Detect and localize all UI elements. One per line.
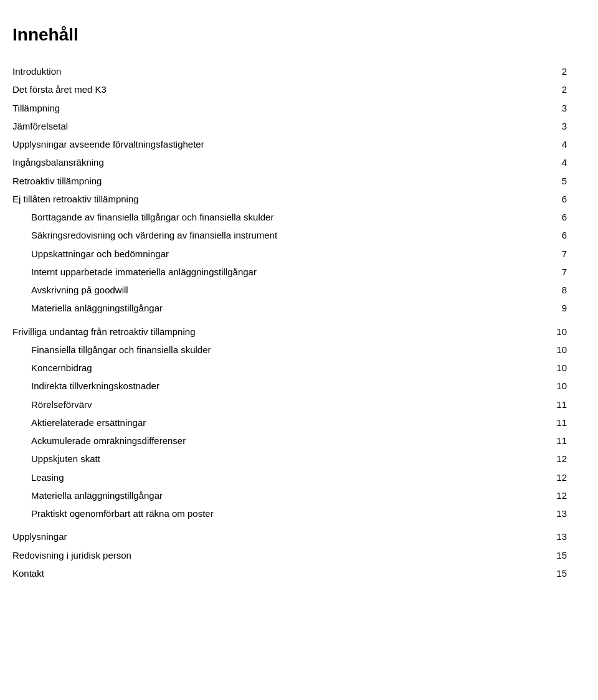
toc-row: Rörelseförvärv11: [12, 395, 573, 414]
toc-label: Ej tillåten retroaktiv tillämpning: [12, 190, 506, 208]
toc-page-number: 10: [506, 323, 573, 341]
toc-row: Uppskattningar och bedömningar7: [12, 245, 573, 263]
page-title: Innehåll: [12, 25, 573, 45]
toc-page-number: 3: [506, 117, 573, 135]
toc-row: Ingångsbalansräkning4: [12, 153, 573, 171]
toc-page-number: 7: [506, 263, 573, 281]
toc-row: Avskrivning på goodwill8: [12, 281, 573, 299]
toc-row: Ej tillåten retroaktiv tillämpning6: [12, 190, 573, 208]
toc-label: Uppskjuten skatt: [12, 450, 506, 468]
toc-page-number: 15: [506, 564, 573, 582]
toc-label: Kontakt: [12, 564, 506, 582]
toc-page-number: 12: [506, 450, 573, 468]
toc-row: Koncernbidrag10: [12, 359, 573, 377]
toc-row: Tillämpning3: [12, 99, 573, 117]
toc-page-number: 11: [506, 414, 573, 432]
toc-page-number: 6: [506, 190, 573, 208]
toc-label: Redovisning i juridisk person: [12, 546, 506, 564]
toc-row: Retroaktiv tillämpning5: [12, 172, 573, 190]
toc-label: Jämförelsetal: [12, 117, 506, 135]
toc-table: Introduktion2Det första året med K32Till…: [12, 62, 573, 582]
toc-label: Borttagande av finansiella tillgångar oc…: [12, 208, 506, 226]
toc-page-number: 13: [506, 504, 573, 523]
toc-row: Internt upparbetade immateriella anläggn…: [12, 263, 573, 281]
toc-page-number: 5: [506, 172, 573, 190]
toc-page-number: 10: [506, 341, 573, 359]
toc-row: Det första året med K32: [12, 80, 573, 98]
toc-label: Finansiella tillgångar och finansiella s…: [12, 341, 506, 359]
toc-label: Det första året med K3: [12, 80, 506, 98]
toc-page-number: 11: [506, 395, 573, 414]
toc-label: Praktiskt ogenomförbart att räkna om pos…: [12, 504, 506, 523]
toc-page-number: 10: [506, 377, 573, 395]
toc-row: Redovisning i juridisk person15: [12, 546, 573, 564]
toc-row: Leasing12: [12, 468, 573, 486]
toc-page-number: 13: [506, 527, 573, 546]
toc-label: Ackumulerade omräkningsdifferenser: [12, 432, 506, 450]
toc-label: Uppskattningar och bedömningar: [12, 245, 506, 263]
toc-page-number: 8: [506, 281, 573, 299]
toc-label: Rörelseförvärv: [12, 395, 506, 414]
toc-label: Retroaktiv tillämpning: [12, 172, 506, 190]
toc-label: Introduktion: [12, 62, 506, 80]
toc-label: Säkringsredovisning och värdering av fin…: [12, 226, 506, 244]
toc-label: Koncernbidrag: [12, 359, 506, 377]
toc-label: Frivilliga undantag från retroaktiv till…: [12, 323, 506, 341]
toc-page-number: 2: [506, 80, 573, 98]
toc-page-number: 9: [506, 299, 573, 317]
toc-row: Finansiella tillgångar och finansiella s…: [12, 341, 573, 359]
toc-page-number: 6: [506, 226, 573, 244]
toc-row: Frivilliga undantag från retroaktiv till…: [12, 323, 573, 341]
toc-label: Leasing: [12, 468, 506, 486]
toc-row: Borttagande av finansiella tillgångar oc…: [12, 208, 573, 226]
toc-row: Praktiskt ogenomförbart att räkna om pos…: [12, 504, 573, 523]
toc-page-number: 12: [506, 468, 573, 486]
toc-page-number: 2: [506, 62, 573, 80]
toc-row: Materiella anläggningstillgångar12: [12, 486, 573, 504]
toc-row: Kontakt15: [12, 564, 573, 582]
toc-label: Aktierelaterade ersättningar: [12, 414, 506, 432]
toc-page-number: 4: [506, 153, 573, 171]
toc-label: Upplysningar avseende förvaltningsfastig…: [12, 135, 506, 153]
toc-page-number: 7: [506, 245, 573, 263]
toc-label: Indirekta tillverkningskostnader: [12, 377, 506, 395]
toc-page-number: 10: [506, 359, 573, 377]
toc-label: Materiella anläggningstillgångar: [12, 299, 506, 317]
toc-label: Internt upparbetade immateriella anläggn…: [12, 263, 506, 281]
toc-page-number: 6: [506, 208, 573, 226]
toc-page-number: 4: [506, 135, 573, 153]
toc-row: Ackumulerade omräkningsdifferenser11: [12, 432, 573, 450]
toc-page-number: 11: [506, 432, 573, 450]
toc-row: Upplysningar13: [12, 527, 573, 546]
toc-label: Avskrivning på goodwill: [12, 281, 506, 299]
toc-page-number: 12: [506, 486, 573, 504]
toc-row: Jämförelsetal3: [12, 117, 573, 135]
toc-label: Materiella anläggningstillgångar: [12, 486, 506, 504]
toc-row: Indirekta tillverkningskostnader10: [12, 377, 573, 395]
toc-page-number: 15: [506, 546, 573, 564]
toc-row: Säkringsredovisning och värdering av fin…: [12, 226, 573, 244]
toc-label: Ingångsbalansräkning: [12, 153, 506, 171]
toc-row: Uppskjuten skatt12: [12, 450, 573, 468]
toc-row: Upplysningar avseende förvaltningsfastig…: [12, 135, 573, 153]
toc-row: Aktierelaterade ersättningar11: [12, 414, 573, 432]
toc-row: Introduktion2: [12, 62, 573, 80]
toc-label: Upplysningar: [12, 527, 506, 546]
toc-page-number: 3: [506, 99, 573, 117]
toc-row: Materiella anläggningstillgångar9: [12, 299, 573, 317]
toc-label: Tillämpning: [12, 99, 506, 117]
